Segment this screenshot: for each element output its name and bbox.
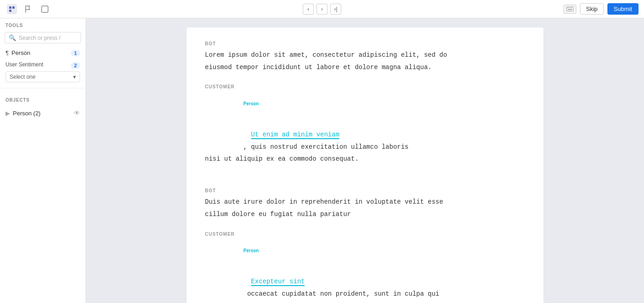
main-layout: TOOLS 🔍 Search or press / ¶ Person 1 Use… <box>0 18 644 303</box>
annotation-label-1: Person <box>243 99 259 108</box>
annotation-label-2: Person <box>243 246 259 255</box>
message-block-4: CUSTOMER Person Excepteur sint occaecat … <box>205 232 525 303</box>
keyboard-icon <box>564 5 576 14</box>
user-sentiment-section: User Sentiment 2 Select one ▾ <box>0 59 86 83</box>
search-box[interactable]: 🔍 Search or press / <box>5 32 81 43</box>
person-object-label: Person (2) <box>13 110 41 117</box>
person-tool-icon: ¶ <box>5 49 9 56</box>
person-object-left: ▶ Person (2) <box>5 110 41 117</box>
visibility-icon[interactable]: 👁 <box>74 109 80 117</box>
navigation-controls: ‹ › ›| <box>303 4 341 15</box>
nav-next-button[interactable]: › <box>317 4 327 15</box>
message-role-2: CUSTOMER <box>205 84 525 89</box>
svg-rect-5 <box>570 7 571 8</box>
svg-rect-7 <box>568 9 572 10</box>
sentiment-chevron-icon: ▾ <box>73 74 76 80</box>
person-tool-item[interactable]: ¶ Person 1 <box>0 47 86 59</box>
message-text-2: Person Ut enim ad minim veniam , quis no… <box>205 92 525 177</box>
person-tool-label: Person <box>11 49 30 56</box>
svg-rect-6 <box>571 7 572 8</box>
search-placeholder-text: Search or press / <box>19 35 60 41</box>
content-area: BOT Lorem ipsum dolor sit amet, consecte… <box>86 18 644 303</box>
person-object-item[interactable]: ▶ Person (2) 👁 <box>5 108 80 119</box>
tools-section-header: TOOLS <box>0 18 86 30</box>
annotated-word-2: Excepteur sint <box>251 278 305 286</box>
flag-icon <box>22 3 35 16</box>
sentiment-select[interactable]: Select one ▾ <box>5 71 80 82</box>
message-block-1: BOT Lorem ipsum dolor sit amet, consecte… <box>205 41 525 73</box>
message-text-4: Person Excepteur sint occaecat cupidatat… <box>205 239 525 303</box>
objects-section: ▶ Person (2) 👁 <box>0 105 86 121</box>
sidebar: TOOLS 🔍 Search or press / ¶ Person 1 Use… <box>0 18 86 303</box>
svg-rect-1 <box>42 6 48 12</box>
square-icon <box>38 3 51 16</box>
svg-rect-0 <box>7 4 17 14</box>
user-sentiment-label: User Sentiment <box>5 61 43 68</box>
search-icon: 🔍 <box>9 34 16 41</box>
annotated-word-1: Ut enim ad minim veniam <box>251 131 339 139</box>
submit-button[interactable]: Submit <box>607 3 639 15</box>
message-block-2: CUSTOMER Person Ut enim ad minim veniam … <box>205 84 525 177</box>
objects-section-header: OBJECTS <box>0 93 86 105</box>
svg-rect-4 <box>569 7 569 8</box>
sentiment-select-value: Select one <box>10 74 36 80</box>
person-object-chevron-icon: ▶ <box>5 110 10 117</box>
message-role-1: BOT <box>205 41 525 46</box>
app-logo-icon <box>5 3 18 16</box>
user-sentiment-badge: 2 <box>71 62 80 69</box>
person-tool-badge: 1 <box>71 50 80 56</box>
person-tool-label-group: ¶ Person <box>5 49 30 56</box>
message-block-3: BOT Duis aute irure dolor in reprehender… <box>205 188 525 220</box>
message-text-1: Lorem ipsum dolor sit amet, consectetur … <box>205 49 525 73</box>
header-left <box>5 3 51 16</box>
sidebar-divider <box>0 88 86 88</box>
message-role-4: CUSTOMER <box>205 232 525 237</box>
skip-button[interactable]: Skip <box>580 3 603 15</box>
nav-prev-button[interactable]: ‹ <box>303 4 314 15</box>
svg-rect-3 <box>567 7 568 8</box>
app-header: ‹ › ›| Skip Submit <box>0 0 644 18</box>
header-right: Skip Submit <box>564 3 639 15</box>
message-role-3: BOT <box>205 188 525 193</box>
nav-last-button[interactable]: ›| <box>330 4 341 15</box>
conversation-card: BOT Lorem ipsum dolor sit amet, consecte… <box>187 27 543 303</box>
message-text-3: Duis aute irure dolor in reprehenderit i… <box>205 196 525 220</box>
